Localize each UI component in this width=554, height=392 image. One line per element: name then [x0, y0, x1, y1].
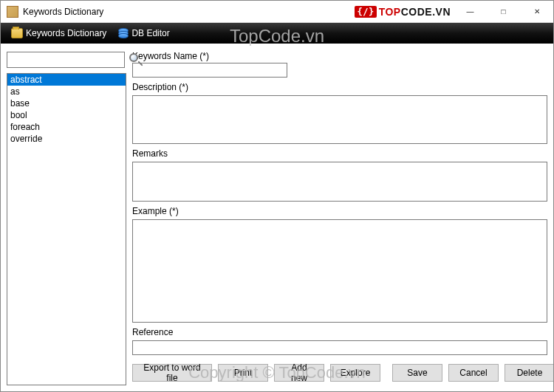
list-item[interactable]: abstract: [7, 74, 126, 86]
toolbar-label: Keywords Dictionary: [26, 28, 106, 38]
print-button[interactable]: Print: [218, 364, 268, 382]
database-icon: [118, 28, 129, 38]
reference-label: Reference: [132, 327, 547, 337]
cancel-button[interactable]: Cancel: [448, 364, 499, 382]
reference-input[interactable]: [132, 340, 547, 355]
description-label: Description (*): [132, 82, 547, 92]
toolbar-label: DB Editor: [131, 28, 169, 38]
add-new-button[interactable]: Add new: [274, 364, 324, 382]
minimize-button[interactable]: —: [454, 1, 487, 22]
explore-button[interactable]: Explore: [330, 364, 380, 382]
toolbar-db-editor[interactable]: DB Editor: [112, 26, 175, 41]
maximize-button[interactable]: □: [487, 1, 520, 22]
close-button[interactable]: ✕: [520, 1, 553, 22]
content-area: abstractasbaseboolforeachoverride Keywor…: [1, 44, 553, 391]
title-bar: Keywords Dictionary {/} TOPCODE.VN — □ ✕: [1, 1, 553, 23]
description-textarea[interactable]: [132, 95, 547, 144]
list-item[interactable]: bool: [7, 109, 126, 121]
example-textarea[interactable]: [132, 219, 547, 323]
keywords-name-input[interactable]: [132, 63, 287, 78]
search-input[interactable]: [7, 52, 125, 68]
main-toolbar: Keywords Dictionary DB Editor: [1, 23, 553, 44]
brand-logo: {/} TOPCODE.VN: [355, 6, 451, 18]
export-button[interactable]: Export to word file: [132, 364, 212, 382]
keywords-listbox[interactable]: abstractasbaseboolforeachoverride: [7, 73, 126, 385]
folder-icon: [11, 28, 23, 38]
search-icon[interactable]: [128, 52, 144, 68]
app-icon: [7, 6, 18, 18]
logo-bracket-icon: {/}: [355, 6, 376, 18]
list-item[interactable]: override: [7, 133, 126, 145]
right-panel: Keywords Name (*) Description (*) Remark…: [132, 49, 547, 385]
remarks-textarea[interactable]: [132, 162, 547, 202]
list-item[interactable]: foreach: [7, 121, 126, 133]
left-panel: abstractasbaseboolforeachoverride: [7, 49, 126, 385]
list-item[interactable]: base: [7, 97, 126, 109]
remarks-label: Remarks: [132, 148, 547, 159]
example-label: Example (*): [132, 206, 547, 216]
button-bar: Export to word file Print Add new Explor…: [132, 361, 547, 382]
toolbar-keywords-dictionary[interactable]: Keywords Dictionary: [5, 26, 112, 41]
delete-button[interactable]: Delete: [505, 364, 554, 382]
save-button[interactable]: Save: [392, 364, 442, 382]
list-item[interactable]: as: [7, 86, 126, 97]
window-title: Keywords Dictionary: [23, 7, 103, 17]
